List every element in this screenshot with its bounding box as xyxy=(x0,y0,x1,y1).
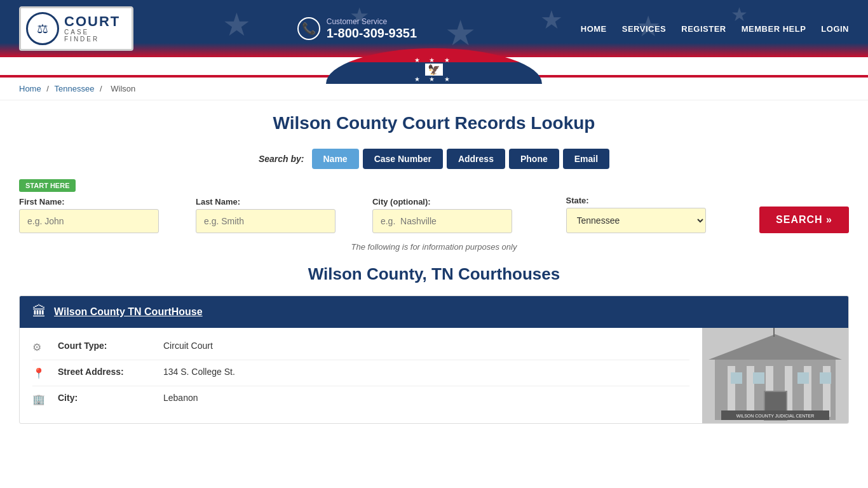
logo: ⚖ COURT CASE FINDER xyxy=(19,6,133,51)
phone-number: 1-800-309-9351 xyxy=(327,26,417,41)
courthouse-details: ⚙ Court Type: Circuit Court 📍 Street Add… xyxy=(20,328,702,423)
search-by-row: Search by: Name Case Number Address Phon… xyxy=(19,149,849,169)
city-detail-label: City: xyxy=(58,393,153,403)
state-select[interactable]: Tennessee xyxy=(566,208,706,233)
first-name-input[interactable] xyxy=(19,209,159,233)
logo-emblem: ⚖ xyxy=(26,12,59,45)
tab-address[interactable]: Address xyxy=(447,149,505,169)
street-address-label: Street Address: xyxy=(58,367,153,377)
breadcrumb-home[interactable]: Home xyxy=(19,84,41,93)
patriotic-ribbon: ★ ★ ★ 🦅 ★ ★ ★ xyxy=(0,57,868,75)
courthouse-card: 🏛 Wilson County TN CourtHouse ⚙ Court Ty… xyxy=(19,295,849,424)
nav-login[interactable]: LOGIN xyxy=(821,24,849,34)
nav-register[interactable]: REGISTER xyxy=(681,24,726,34)
main-nav: HOME SERVICES REGISTER MEMBER HELP LOGIN xyxy=(581,24,849,34)
court-type-label: Court Type: xyxy=(58,341,153,351)
city-input[interactable] xyxy=(372,209,512,233)
court-type-row: ⚙ Court Type: Circuit Court xyxy=(32,334,689,360)
svg-rect-14 xyxy=(820,372,831,384)
start-here-badge: START HERE xyxy=(19,179,76,192)
logo-case-text: CASE FINDER xyxy=(64,29,126,43)
first-name-group: First Name: xyxy=(19,197,188,233)
customer-service: 📞 Customer Service 1-800-309-9351 xyxy=(297,17,417,41)
tab-phone[interactable]: Phone xyxy=(509,149,559,169)
ribbon-stars-bottom: ★ ★ ★ xyxy=(414,76,454,83)
breadcrumb-sep-1: / xyxy=(46,84,51,93)
street-address-row: 📍 Street Address: 134 S. College St. xyxy=(32,360,689,386)
city-row: 🏢 City: Lebanon xyxy=(32,386,689,412)
svg-text:WILSON COUNTY JUDICIAL CENTER: WILSON COUNTY JUDICIAL CENTER xyxy=(736,414,815,418)
eagle-icon: 🦅 xyxy=(425,64,443,76)
svg-rect-15 xyxy=(773,328,775,337)
courthouse-body: ⚙ Court Type: Circuit Court 📍 Street Add… xyxy=(20,328,848,423)
phone-icon: 📞 xyxy=(297,17,320,40)
nav-home[interactable]: HOME xyxy=(581,24,607,34)
nav-services[interactable]: SERVICES xyxy=(622,24,667,34)
state-label: State: xyxy=(566,196,752,205)
city-icon: 🏢 xyxy=(32,393,48,405)
search-form: START HERE First Name: Last Name: City (… xyxy=(19,179,849,233)
first-name-label: First Name: xyxy=(19,197,188,207)
courthouse-header: 🏛 Wilson County TN CourtHouse xyxy=(20,296,848,328)
page-title: Wilson County Court Records Lookup xyxy=(19,113,849,133)
city-group: City (optional): xyxy=(372,197,559,233)
breadcrumb-sep-2: / xyxy=(100,84,104,93)
tab-case-number[interactable]: Case Number xyxy=(363,149,443,169)
last-name-label: Last Name: xyxy=(196,197,365,207)
info-note: The following is for information purpose… xyxy=(19,242,849,252)
main-content: Wilson County Court Records Lookup Searc… xyxy=(0,100,868,437)
svg-rect-11 xyxy=(731,372,742,384)
customer-service-label: Customer Service xyxy=(327,17,417,26)
search-by-label: Search by: xyxy=(259,154,304,164)
gavel-icon: ⚙ xyxy=(32,341,48,353)
city-label: City (optional): xyxy=(372,197,559,207)
search-button[interactable]: SEARCH » xyxy=(759,207,849,233)
tab-email[interactable]: Email xyxy=(563,149,609,169)
form-row: First Name: Last Name: City (optional): … xyxy=(19,196,849,233)
courthouse-name[interactable]: Wilson County TN CourtHouse xyxy=(54,306,203,318)
breadcrumb-state[interactable]: Tennessee xyxy=(55,84,95,93)
courthouses-title: Wilson County, TN Courthouses xyxy=(19,264,849,284)
location-icon: 📍 xyxy=(32,367,48,379)
street-address-value: 134 S. College St. xyxy=(163,367,235,377)
courthouse-icon: 🏛 xyxy=(32,304,46,320)
last-name-input[interactable] xyxy=(196,209,336,233)
nav-member-help[interactable]: MEMBER HELP xyxy=(742,24,806,34)
city-detail-value: Lebanon xyxy=(163,393,198,403)
ribbon-stars: ★ ★ ★ xyxy=(414,57,454,64)
courthouse-image: WILSON COUNTY JUDICIAL CENTER xyxy=(702,328,848,423)
state-group: State: Tennessee xyxy=(566,196,752,233)
svg-rect-13 xyxy=(797,372,809,384)
breadcrumb-county: Wilson xyxy=(111,84,135,93)
tab-name[interactable]: Name xyxy=(312,149,359,169)
last-name-group: Last Name: xyxy=(196,197,365,233)
logo-court-text: COURT xyxy=(64,15,126,29)
svg-rect-12 xyxy=(753,372,764,384)
court-type-value: Circuit Court xyxy=(163,341,213,351)
